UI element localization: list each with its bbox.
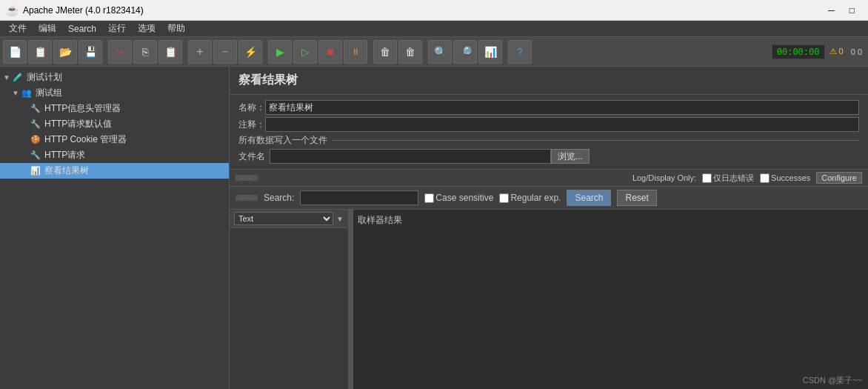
result-toolbar: ···· Log/Display Only: 仅日志错误 Successes C… <box>230 170 868 187</box>
successes-checkbox[interactable] <box>760 173 769 183</box>
tree-arrow: ▼ <box>12 89 21 97</box>
view-type-dropdown[interactable]: Text HTML JSON XML RegExp Tester <box>234 212 333 225</box>
sidebar-item-http-request[interactable]: 🔧 HTTP请求 <box>0 147 229 163</box>
view-results-label: 察看结果树 <box>44 164 89 177</box>
resize-handle-top[interactable]: ···· <box>236 175 258 181</box>
cookie-label: HTTP Cookie 管理器 <box>44 133 127 146</box>
shutdown-btn[interactable]: ⏸ <box>344 40 367 64</box>
test-group-icon: 👥 <box>21 87 33 99</box>
result-header: 取样器结果 <box>358 215 402 225</box>
section-line <box>332 140 859 141</box>
file-label: 文件名 <box>238 150 265 163</box>
sidebar-item-cookie-manager[interactable]: 🍪 HTTP Cookie 管理器 <box>0 132 229 147</box>
menu-file[interactable]: 文件 <box>3 21 33 36</box>
file-input[interactable] <box>270 149 551 164</box>
app-icon: ☕ <box>6 4 19 16</box>
file-row: 文件名 浏览... <box>238 149 859 164</box>
stop-btn[interactable]: ⏹ <box>318 40 342 64</box>
http-defaults-label: HTTP请求默认值 <box>44 118 112 130</box>
title-text: Apache JMeter (4.0 r1823414) <box>23 5 144 16</box>
minimize-btn[interactable]: ─ <box>821 5 842 16</box>
test-plan-label: 测试计划 <box>27 71 62 84</box>
panel-title: 察看结果树 <box>238 73 298 86</box>
panel-header: 察看结果树 <box>230 67 868 95</box>
cookie-icon: 🍪 <box>30 134 41 146</box>
sidebar-item-http-defaults[interactable]: 🔧 HTTP请求默认值 <box>0 116 229 132</box>
maximize-btn[interactable]: □ <box>842 5 862 16</box>
clear-btn[interactable]: ⚡ <box>238 40 262 64</box>
sidebar-item-view-results[interactable]: 📊 察看结果树 <box>0 163 229 179</box>
search-tb-btn[interactable]: 🔍 <box>428 40 452 64</box>
result-left-panel: Text HTML JSON XML RegExp Tester ▼ <box>230 210 350 389</box>
template-btn[interactable]: 📋 <box>28 40 52 64</box>
menu-search[interactable]: Search <box>62 22 102 36</box>
menu-run[interactable]: 运行 <box>102 21 132 36</box>
log-display-label: Log/Display Only: <box>632 173 696 182</box>
search-bar: ···· Search: Case sensitive Regular exp.… <box>230 187 868 210</box>
case-sensitive-label[interactable]: Case sensitive <box>424 193 493 203</box>
name-label: 名称： <box>238 102 265 114</box>
tree-arrow: ▼ <box>3 73 12 82</box>
search-label: Search: <box>264 193 294 203</box>
sidebar-item-test-group[interactable]: ▼ 👥 测试组 <box>0 85 229 101</box>
name-input[interactable] <box>265 100 859 115</box>
paste-btn[interactable]: 📋 <box>158 40 182 64</box>
right-panel-content: 取样器结果 <box>353 210 868 231</box>
section-label: 所有数据写入一个文件 <box>238 134 859 147</box>
regular-exp-checkbox[interactable] <box>499 193 509 203</box>
copy-btn[interactable]: ⎘ <box>133 40 157 64</box>
listener-icon: 📊 <box>30 165 41 177</box>
help-btn[interactable]: ? <box>508 40 532 64</box>
test-group-label: 测试组 <box>36 87 62 99</box>
http-header-icon: 🔧 <box>30 103 41 115</box>
result-panel: Text HTML JSON XML RegExp Tester ▼ 取样器结果 <box>230 210 868 389</box>
open-btn[interactable]: 📂 <box>53 40 77 64</box>
regular-exp-label[interactable]: Regular exp. <box>499 193 561 203</box>
comment-input[interactable] <box>265 117 859 132</box>
cut-btn[interactable]: ✂ <box>108 40 132 64</box>
errors-checkbox[interactable] <box>702 173 712 183</box>
menu-edit[interactable]: 编辑 <box>33 21 62 36</box>
remove-btn[interactable]: − <box>213 40 237 64</box>
content-area: 察看结果树 名称： 注释： 所有数据写入一个文件 文件名 浏览... <box>230 67 868 389</box>
http-defaults-icon: 🔧 <box>30 119 41 130</box>
function-helper-btn[interactable]: 📊 <box>478 40 502 64</box>
menu-options[interactable]: 选项 <box>132 21 161 36</box>
timer-display: 00:00:00 <box>772 44 825 59</box>
split-header: Text HTML JSON XML RegExp Tester ▼ <box>230 210 348 228</box>
configure-button[interactable]: Configure <box>816 172 862 184</box>
warn-indicator: ⚠ 0 <box>827 45 847 58</box>
menu-bar: 文件 编辑 Search 运行 选项 帮助 <box>0 21 868 37</box>
add-btn[interactable]: + <box>188 40 212 64</box>
save-btn[interactable]: 💾 <box>79 40 102 64</box>
new-btn[interactable]: 📄 <box>3 40 27 64</box>
browse-button[interactable]: 浏览... <box>551 149 590 164</box>
start-nopause-btn[interactable]: ▷ <box>293 40 317 64</box>
title-bar: ☕ Apache JMeter (4.0 r1823414) ─ □ <box>0 0 868 21</box>
case-sensitive-checkbox[interactable] <box>424 193 434 203</box>
main-area: ▼ 🧪 测试计划 ▼ 👥 测试组 🔧 HTTP信息头管理器 🔧 HTTP请求默认… <box>0 67 868 389</box>
toolbar: 📄 📋 📂 💾 ✂ ⎘ 📋 + − ⚡ ▶ ▷ ⏹ ⏸ 🗑 🗑 🔍 🔎 📊 ? … <box>0 37 868 67</box>
reset-button[interactable]: Reset <box>617 190 656 206</box>
search-input[interactable] <box>300 190 418 205</box>
search-button[interactable]: Search <box>567 190 611 206</box>
dropdown-arrow-icon: ▼ <box>336 215 344 223</box>
left-panel-content <box>230 228 348 234</box>
comment-label: 注释： <box>238 119 265 131</box>
result-right-panel: 取样器结果 <box>353 210 868 389</box>
clear-results-btn[interactable]: 🗑 <box>398 40 422 64</box>
reset-search-btn[interactable]: 🔎 <box>453 40 477 64</box>
clear-all-btn[interactable]: 🗑 <box>373 40 397 64</box>
watermark: CSDN @栗子~~ <box>803 375 862 386</box>
resize-handle-mid[interactable]: ···· <box>236 195 258 201</box>
test-plan-icon: 🧪 <box>12 72 24 84</box>
http-header-label: HTTP信息头管理器 <box>44 102 121 115</box>
error-indicator: 0 0 <box>848 46 865 58</box>
sidebar-item-http-header[interactable]: 🔧 HTTP信息头管理器 <box>0 101 229 116</box>
successes-checkbox-label[interactable]: Successes <box>760 173 810 183</box>
http-request-label: HTTP请求 <box>44 149 85 162</box>
start-btn[interactable]: ▶ <box>268 40 292 64</box>
sidebar-item-test-plan[interactable]: ▼ 🧪 测试计划 <box>0 70 229 85</box>
errors-checkbox-label[interactable]: 仅日志错误 <box>702 173 754 184</box>
menu-help[interactable]: 帮助 <box>161 21 191 36</box>
